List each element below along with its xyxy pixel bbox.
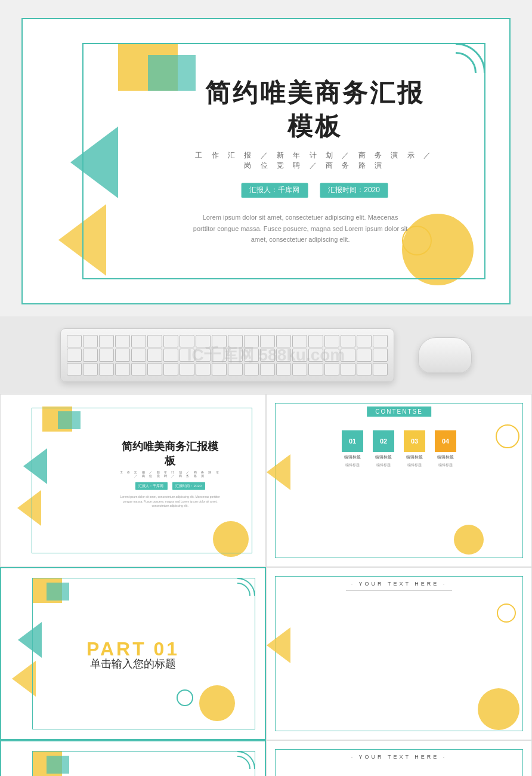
th1-lorem: Lorem ipsum dolor sit amet, consectetuer… — [117, 495, 223, 509]
key — [67, 363, 82, 375]
key — [373, 363, 388, 375]
key — [131, 363, 146, 375]
key — [341, 363, 355, 375]
key — [83, 335, 98, 347]
key — [276, 349, 291, 361]
key — [292, 335, 307, 347]
ci-hex-4: 04 — [435, 430, 456, 452]
key — [196, 349, 211, 361]
key — [357, 349, 372, 361]
key — [292, 349, 307, 361]
th1-badge2: 汇报时间：2020 — [172, 482, 205, 490]
slides-grid-row3: · YOUR TEXT HERE · 输入标题文本 请键入文字内容在此输入正确的… — [0, 740, 532, 776]
key — [308, 335, 323, 347]
key — [99, 349, 114, 361]
key — [308, 363, 323, 375]
key — [83, 349, 98, 361]
badge-row: 汇报人：千库网 汇报时间：2020 — [193, 183, 437, 198]
key — [180, 363, 194, 375]
key — [357, 363, 372, 375]
main-content: 简约唯美商务汇报模板 工 作 汇 报 ／ 新 年 计 划 ／ 商 务 演 示 ／… — [193, 76, 437, 245]
key — [67, 349, 82, 361]
key — [212, 363, 227, 375]
ci-sub-2: 编辑标题 — [376, 463, 391, 468]
key — [99, 363, 114, 375]
key — [115, 363, 130, 375]
key — [131, 335, 146, 347]
key — [276, 335, 291, 347]
mouse — [418, 337, 472, 373]
key — [276, 363, 291, 375]
contents-items: 01 编辑标题 编辑标题 02 编辑标题 编辑标题 03 编辑标题 编辑标题 0… — [267, 430, 531, 468]
main-subtitle: 工 作 汇 报 ／ 新 年 计 划 ／ 商 务 演 示 ／ 岗 位 竞 聘 ／ … — [193, 150, 437, 171]
slide-thumb-2[interactable]: CONTENTSE 01 编辑标题 编辑标题 02 编辑标题 编辑标题 03 编… — [266, 394, 532, 567]
th4-tri-y — [267, 627, 290, 663]
key — [196, 335, 211, 347]
key — [131, 349, 146, 361]
slide-thumb-4[interactable]: · YOUR TEXT HERE · — [266, 567, 532, 740]
key — [373, 335, 388, 347]
th4-circle-outline — [497, 603, 516, 623]
th6-header: · YOUR TEXT HERE · — [351, 754, 447, 760]
ci-label-1: 编辑标题 — [344, 454, 361, 460]
key — [83, 363, 98, 375]
th4-header: · YOUR TEXT HERE · — [351, 581, 447, 587]
key — [228, 363, 243, 375]
ci-label-4: 编辑标题 — [437, 454, 454, 460]
th6-border — [275, 749, 523, 776]
key — [373, 349, 388, 361]
ci-hex-3: 03 — [404, 430, 425, 452]
key — [163, 349, 178, 361]
key — [180, 335, 194, 347]
keyboard — [60, 328, 394, 382]
key — [67, 335, 82, 347]
ci-label-2: 编辑标题 — [375, 454, 392, 460]
th1-badge1: 汇报人：千库网 — [135, 482, 167, 490]
key — [196, 363, 211, 375]
slide-thumb-5[interactable] — [0, 740, 266, 776]
key — [115, 335, 130, 347]
badge-time: 汇报时间：2020 — [320, 183, 388, 198]
key — [180, 349, 194, 361]
key — [292, 363, 307, 375]
key — [228, 349, 243, 361]
key — [147, 349, 162, 361]
deco-yellow-triangle-left — [58, 204, 106, 276]
th1-badges: 汇报人：千库网 汇报时间：2020 — [117, 482, 223, 490]
ci-sub-3: 编辑标题 — [407, 463, 422, 468]
deco-teal-triangle-left — [70, 127, 118, 198]
key — [147, 363, 162, 375]
key — [244, 335, 259, 347]
key — [163, 363, 178, 375]
th5-inner-border — [32, 751, 255, 776]
key — [324, 335, 339, 347]
main-preview-slide: 简约唯美商务汇报模板 工 作 汇 报 ／ 新 年 计 划 ／ 商 务 演 示 ／… — [21, 18, 511, 304]
ci-hex-2: 02 — [373, 430, 394, 452]
keyboard-keys — [67, 335, 388, 375]
th1-content: 简约唯美商务汇报模板 工 作 汇 报 ／ 新 年 计 划 ／ 商 务 演 示 ／… — [117, 439, 223, 509]
key — [99, 335, 114, 347]
slide-thumb-3[interactable]: PART 01 单击输入您的标题 — [0, 567, 266, 740]
ci-item-2: 02 编辑标题 编辑标题 — [373, 430, 394, 468]
key — [212, 335, 227, 347]
main-title: 简约唯美商务汇报模板 — [193, 76, 437, 143]
ci-sub-1: 编辑标题 — [345, 463, 360, 468]
main-lorem-text: Lorem ipsum dolor sit amet, consectetuer… — [193, 212, 408, 245]
slide-thumb-6[interactable]: · YOUR TEXT HERE · 输入标题文本 请键入文字内容在此输入正确的… — [266, 740, 532, 776]
key — [260, 335, 275, 347]
ci-item-4: 04 编辑标题 编辑标题 — [435, 430, 456, 468]
th1-title: 简约唯美商务汇报模板 — [117, 439, 223, 468]
key — [212, 349, 227, 361]
slide-thumb-1[interactable]: 简约唯美商务汇报模板 工 作 汇 报 ／ 新 年 计 划 ／ 商 务 演 示 ／… — [0, 394, 266, 567]
th4-divider — [346, 590, 452, 591]
deco-teal-arc-2 — [435, 52, 477, 94]
deco-teal-rect — [148, 55, 196, 91]
key — [308, 349, 323, 361]
slides-grid-row2: PART 01 单击输入您的标题 · YOUR TEXT HERE · — [0, 567, 532, 740]
key — [260, 363, 275, 375]
key — [163, 335, 178, 347]
ci-item-3: 03 编辑标题 编辑标题 — [404, 430, 425, 468]
key — [341, 335, 355, 347]
key — [260, 349, 275, 361]
key — [228, 335, 243, 347]
